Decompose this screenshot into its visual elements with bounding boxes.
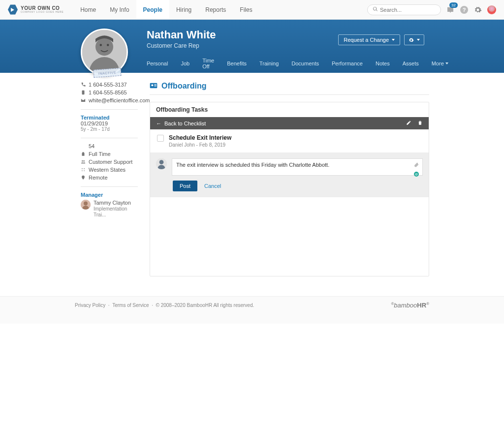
task-title: Schedule Exit Interiew xyxy=(169,134,231,141)
footer-copyright: © 2008–2020 BambooHR All rights reserved… xyxy=(156,303,254,308)
employee-hero: INACTIVE Nathan White Customer Care Rep … xyxy=(0,20,504,73)
svg-point-18 xyxy=(151,84,153,86)
subtab-training[interactable]: Training xyxy=(259,61,279,70)
page-footer: Privacy Policy · Terms of Service · © 20… xyxy=(0,296,504,324)
location-icon xyxy=(81,175,86,180)
manager-title: Implementation Trai... xyxy=(94,206,138,218)
task-meta: Daniel John - Feb 8, 2019 xyxy=(169,142,231,148)
svg-text:@: @ xyxy=(415,173,418,176)
svg-point-10 xyxy=(82,168,83,169)
hero-actions: Request a Change xyxy=(338,34,424,45)
sidebar-manager[interactable]: Tammy Clayton Implementation Trai... xyxy=(81,200,138,218)
attachment-icon[interactable] xyxy=(413,162,419,169)
search-box[interactable] xyxy=(367,4,441,15)
hash-icon xyxy=(81,144,86,149)
nav-hiring[interactable]: Hiring xyxy=(169,0,198,19)
sidebar-phone-2: 1 604-555-8565 xyxy=(81,90,138,95)
nav-home[interactable]: Home xyxy=(73,0,103,19)
sidebar-emp-type: Full Time xyxy=(81,151,138,157)
svg-point-15 xyxy=(84,202,88,206)
svg-point-8 xyxy=(82,160,83,162)
checklist-bar: ← Back to Checklist xyxy=(150,117,429,129)
panel-empty-space xyxy=(150,197,429,276)
offboarding-panel: Offboarding Tasks ← Back to Checklist xyxy=(150,102,429,276)
clock-icon xyxy=(81,152,86,156)
caret-down-icon xyxy=(445,62,448,64)
inbox-icon[interactable]: 32 xyxy=(446,5,455,14)
logo-hex-icon xyxy=(8,4,18,15)
nav-reports[interactable]: Reports xyxy=(198,0,233,19)
footer-tos-link[interactable]: Terms of Service xyxy=(112,303,149,308)
people-icon xyxy=(81,159,86,164)
search-icon xyxy=(373,6,380,13)
employee-sidebar: 1 604-555-3137 1 604-555-8565 white@effi… xyxy=(81,82,138,276)
nav-files[interactable]: Files xyxy=(233,0,259,19)
sidebar-term-date: 01/29/2019 xyxy=(81,121,138,126)
nav-people[interactable]: People xyxy=(136,0,169,19)
sidebar-status-label: Terminated xyxy=(81,115,138,121)
sidebar-emp-number: 54 xyxy=(81,143,138,149)
svg-point-22 xyxy=(159,160,164,164)
cancel-link[interactable]: Cancel xyxy=(204,183,221,189)
org-icon xyxy=(81,167,86,172)
subtab-notes[interactable]: Notes xyxy=(376,61,390,70)
sidebar-tenure: 5y - 2m - 17d xyxy=(81,126,138,132)
back-arrow-icon: ← xyxy=(156,121,161,126)
subtab-job[interactable]: Job xyxy=(181,61,189,70)
current-user-avatar[interactable] xyxy=(487,5,496,14)
svg-rect-6 xyxy=(82,152,84,153)
caret-down-icon xyxy=(392,39,395,41)
sidebar-email: white@efficientoffice.com xyxy=(81,97,138,103)
manager-name: Tammy Clayton xyxy=(94,200,138,206)
nav-my-info[interactable]: My Info xyxy=(103,0,136,19)
id-card-icon xyxy=(150,82,158,91)
post-button[interactable]: Post xyxy=(173,181,197,191)
svg-point-9 xyxy=(83,160,85,162)
edit-icon[interactable] xyxy=(406,120,411,126)
svg-rect-19 xyxy=(154,84,157,85)
svg-point-12 xyxy=(82,170,83,171)
svg-point-13 xyxy=(84,170,85,171)
sidebar-phone-1: 1 604-555-3137 xyxy=(81,82,138,88)
settings-icon[interactable] xyxy=(473,5,482,14)
subtab-benefits[interactable]: Benefits xyxy=(227,61,247,70)
footer-privacy-link[interactable]: Privacy Policy xyxy=(75,303,105,308)
phone-icon xyxy=(81,82,86,87)
sidebar-location: Remote xyxy=(81,175,138,181)
hero-gear-button[interactable] xyxy=(404,34,424,45)
comment-box[interactable]: @ xyxy=(172,158,423,176)
subtab-performance[interactable]: Performance xyxy=(332,61,363,70)
delete-icon[interactable] xyxy=(417,120,423,126)
inbox-badge: 32 xyxy=(449,2,458,8)
mention-icon[interactable]: @ xyxy=(413,171,419,179)
subtab-documents[interactable]: Documents xyxy=(291,61,319,70)
comment-author-avatar xyxy=(156,158,167,169)
search-input[interactable] xyxy=(380,7,436,13)
subtab-time-off[interactable]: Time Off xyxy=(202,58,214,73)
subtab-personal[interactable]: Personal xyxy=(147,61,168,70)
employee-subtabs: Personal Job Time Off Benefits Training … xyxy=(147,58,429,73)
task-checkbox[interactable] xyxy=(157,135,164,142)
task-row: Schedule Exit Interiew Daniel John - Feb… xyxy=(150,129,429,152)
comment-input[interactable] xyxy=(176,162,410,171)
request-change-button[interactable]: Request a Change xyxy=(338,34,400,45)
svg-point-4 xyxy=(107,44,109,46)
comment-area: @ Post Cancel xyxy=(150,152,429,197)
top-right: 32 ? xyxy=(367,4,496,15)
sidebar-region: Western States xyxy=(81,167,138,173)
back-to-checklist-link[interactable]: ← Back to Checklist xyxy=(156,121,206,126)
manager-avatar xyxy=(81,200,91,210)
svg-rect-5 xyxy=(82,91,85,94)
sidebar-department: Customer Support xyxy=(81,159,138,165)
employee-name-block: Nathan White Customer Care Rep xyxy=(147,29,216,49)
top-bar: YOUR OWN CO COMPANY LOGO GOES HERE Home … xyxy=(0,0,504,20)
svg-point-3 xyxy=(100,44,102,46)
help-icon[interactable]: ? xyxy=(460,5,469,14)
subtab-more[interactable]: More xyxy=(432,61,448,70)
footer-brand: ®bambooHR® xyxy=(391,302,429,309)
subtab-assets[interactable]: Assets xyxy=(403,61,419,70)
employee-job-title: Customer Care Rep xyxy=(147,42,216,49)
svg-point-1 xyxy=(95,38,113,56)
logo-text: YOUR OWN CO COMPANY LOGO GOES HERE xyxy=(21,6,63,13)
company-logo[interactable]: YOUR OWN CO COMPANY LOGO GOES HERE xyxy=(8,4,63,15)
